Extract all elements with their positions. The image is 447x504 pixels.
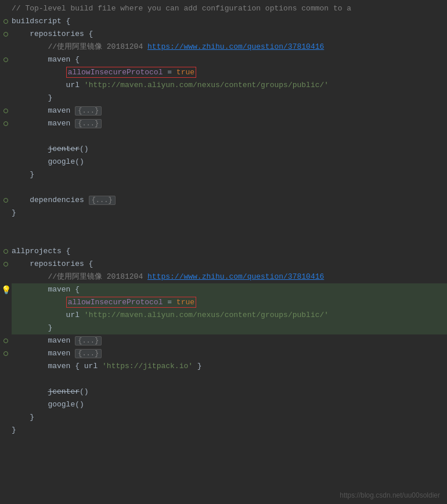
line-21: repositories { [12, 258, 447, 271]
code-text: url [12, 311, 84, 319]
collapsed-block[interactable]: {...} [89, 196, 116, 205]
line-31: jcenter() [12, 386, 447, 398]
code-text: allprojects { [12, 247, 70, 255]
code-text: maven { [12, 285, 80, 294]
line-18 [12, 219, 447, 232]
line-24: allowInsecureProtocol = true [12, 296, 447, 309]
gutter-3 [0, 32, 12, 37]
line-13: google() [12, 156, 447, 168]
code-text: buildscript { [12, 17, 70, 26]
code-text: maven { url [12, 362, 102, 370]
gutter-dot [3, 339, 8, 343]
line-8: } [12, 92, 447, 105]
jcenter-text: jcenter [48, 145, 80, 153]
gutter-16 [0, 198, 12, 203]
code-text [12, 145, 48, 153]
collapsed-block[interactable]: {...} [75, 336, 102, 345]
line-27: maven {...} [12, 334, 447, 347]
code-text: } [12, 93, 52, 102]
gutter-dot [3, 198, 8, 203]
comment-text: //使用阿里镜像 20181204 [12, 42, 147, 51]
gutter-dot [3, 262, 8, 267]
collapsed-block[interactable]: {...} [75, 349, 102, 358]
prop-text: allowInsecureProtocol [68, 68, 163, 77]
code-text [12, 68, 66, 77]
line-30 [12, 373, 447, 386]
line-19 [12, 232, 447, 245]
code-text: } [12, 208, 16, 217]
link-text-2[interactable]: https://www.zhihu.com/question/37810416 [147, 272, 324, 281]
code-text: google() [12, 400, 84, 409]
line-6: allowInsecureProtocol = true [12, 66, 447, 79]
watermark: https://blog.csdn.net/uu00soldier [340, 491, 440, 499]
code-content: // Top-level build file where you can ad… [0, 0, 447, 439]
line-34: } [12, 424, 447, 437]
line-2: buildscript { [12, 15, 447, 28]
gutter-dot [3, 109, 8, 113]
collapsed-block[interactable]: {...} [75, 106, 102, 116]
gutter-dot [3, 249, 8, 254]
code-text: google() [12, 157, 84, 166]
line-22: //使用阿里镜像 20181204 https://www.zhihu.com/… [12, 271, 447, 283]
line-10: maven {...} [12, 117, 447, 130]
gutter-5 [0, 57, 12, 62]
line-20: allprojects { [12, 245, 447, 258]
line-16: dependencies {...} [12, 194, 447, 207]
comment-text: // Top-level build file where you can ad… [12, 4, 351, 13]
red-box-2: allowInsecureProtocol = true [66, 297, 196, 308]
code-text: maven { [12, 55, 80, 64]
code-text: } [12, 323, 52, 332]
line-1: // Top-level build file where you can ad… [12, 2, 447, 15]
watermark-text: https://blog.csdn.net/uu00soldier [340, 491, 440, 499]
gutter-dot [3, 57, 8, 62]
gutter-20 [0, 249, 12, 254]
gutter-27 [0, 339, 12, 343]
string-text: 'http://maven.aliyun.com/nexus/content/g… [84, 81, 329, 89]
code-text: maven [12, 336, 75, 345]
code-text: maven [12, 349, 75, 358]
code-text: } [12, 426, 16, 434]
bulb-icon: 💡 [1, 285, 11, 295]
line-23: 💡 maven { [12, 283, 447, 296]
line-15 [12, 181, 447, 194]
link-text[interactable]: https://www.zhihu.com/question/37810416 [147, 42, 324, 51]
code-text: dependencies [12, 196, 89, 204]
line-11 [12, 130, 447, 143]
code-text: repositories { [12, 30, 93, 38]
line-12: jcenter() [12, 143, 447, 156]
jcenter-text-2: jcenter [48, 387, 80, 396]
collapsed-block[interactable]: {...} [75, 119, 102, 128]
line-28: maven {...} [12, 347, 447, 360]
line-7: url 'http://maven.aliyun.com/nexus/conte… [12, 79, 447, 92]
code-text [12, 298, 66, 307]
line-14: } [12, 168, 447, 181]
prop-text: allowInsecureProtocol [68, 298, 163, 307]
code-text: repositories { [12, 260, 93, 268]
line-32: google() [12, 398, 447, 411]
code-text: maven [12, 119, 75, 128]
line-26: } [12, 322, 447, 334]
line-25: url 'http://maven.aliyun.com/nexus/conte… [12, 309, 447, 322]
gutter-dot [3, 32, 8, 37]
string-text: 'http://maven.aliyun.com/nexus/content/g… [84, 311, 329, 319]
gutter-28 [0, 351, 12, 356]
code-text: maven [12, 106, 75, 115]
line-5: maven { [12, 53, 447, 66]
line-9: maven {...} [12, 105, 447, 117]
gutter-2 [0, 19, 12, 24]
code-editor: // Top-level build file where you can ad… [0, 0, 447, 504]
gutter-23: 💡 [0, 285, 12, 295]
string-text: 'https://jitpack.io' [102, 362, 193, 370]
gutter-dot [3, 121, 8, 126]
code-text: url [12, 81, 84, 89]
gutter-dot [3, 19, 8, 24]
line-4: //使用阿里镜像 20181204 https://www.zhihu.com/… [12, 41, 447, 53]
comment-text: //使用阿里镜像 20181204 [12, 272, 147, 281]
gutter-21 [0, 262, 12, 267]
gutter-10 [0, 121, 12, 126]
line-33: } [12, 411, 447, 424]
gutter-dot [3, 351, 8, 356]
line-3: repositories { [12, 28, 447, 41]
red-box-1: allowInsecureProtocol = true [66, 67, 196, 78]
code-text [12, 387, 48, 396]
